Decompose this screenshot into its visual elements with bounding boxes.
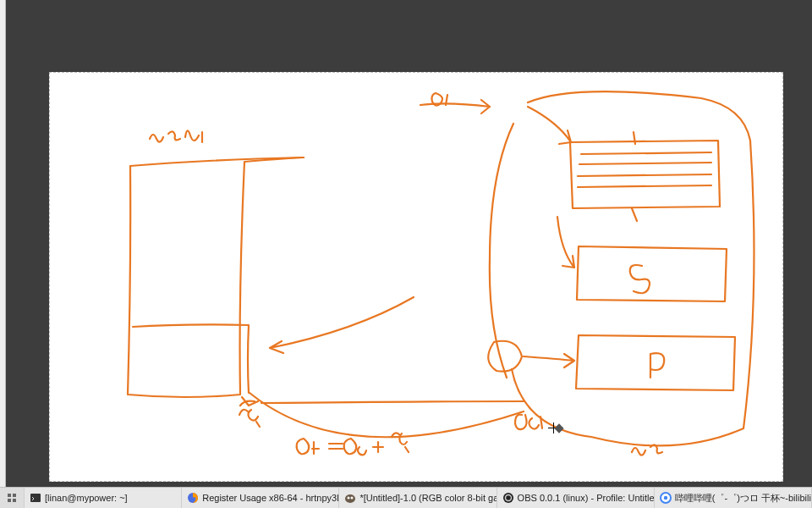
obs-icon — [502, 492, 514, 504]
taskbar-item-label: Register Usage x86-64 - hrtnpy3lt... — [202, 493, 339, 503]
svg-rect-1 — [13, 494, 16, 497]
taskbar-item-label: [linan@mypower: ~] — [45, 493, 128, 503]
gimp-icon — [344, 492, 356, 504]
sketch-drawing — [50, 73, 782, 481]
svg-rect-2 — [8, 499, 11, 502]
svg-point-12 — [664, 496, 667, 500]
desktop: [linan@mypower: ~] Register Usage x86-64… — [0, 0, 812, 508]
svg-point-8 — [351, 497, 354, 500]
chrome-icon — [660, 492, 672, 504]
taskbar-item-label: OBS 0.0.1 (linux) - Profile: Untitled ..… — [518, 493, 655, 503]
gimp-canvas[interactable] — [49, 72, 783, 482]
taskbar-item-label: *[Untitled]-1.0 (RGB color 8-bit ga... — [359, 493, 497, 503]
taskbar-item-firefox[interactable]: Register Usage x86-64 - hrtnpy3lt... — [182, 488, 339, 508]
firefox-icon — [187, 492, 199, 504]
taskbar-item-label: 哔哩哔哩(゜-゜)つロ 干杯~-bilibili-... — [675, 492, 812, 505]
ruler-vertical — [0, 0, 6, 488]
svg-rect-3 — [13, 499, 16, 502]
taskbar-launcher[interactable] — [0, 488, 25, 508]
taskbar-item-terminal[interactable]: [linan@mypower: ~] — [25, 488, 182, 508]
svg-rect-0 — [8, 494, 11, 497]
taskbar-item-gimp[interactable]: *[Untitled]-1.0 (RGB color 8-bit ga... — [339, 488, 497, 508]
taskbar-item-obs[interactable]: OBS 0.0.1 (linux) - Profile: Untitled ..… — [497, 488, 655, 508]
taskbar: [linan@mypower: ~] Register Usage x86-64… — [0, 487, 812, 508]
svg-rect-4 — [30, 494, 41, 502]
svg-point-7 — [348, 497, 350, 500]
launcher-icon — [6, 492, 18, 504]
taskbar-item-chrome[interactable]: 哔哩哔哩(゜-゜)つロ 干杯~-bilibili-... — [655, 488, 812, 508]
svg-point-6 — [345, 494, 355, 503]
terminal-icon — [30, 492, 41, 504]
